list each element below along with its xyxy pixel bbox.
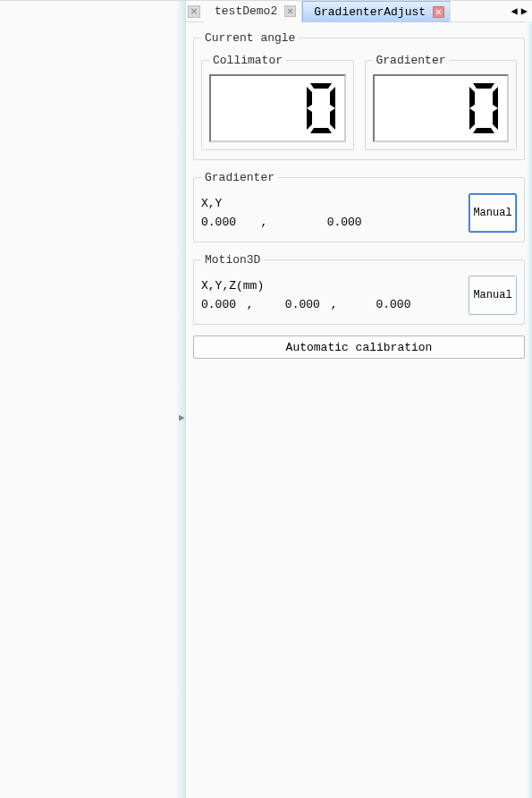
tab-close-prev-icon[interactable] xyxy=(188,5,200,18)
content-area: Current angle Collimator xyxy=(186,22,532,798)
motion3d-x-value: 0.000 xyxy=(201,298,236,311)
right-edge-gradient xyxy=(527,21,532,798)
collimator-display xyxy=(209,74,346,142)
svg-marker-5 xyxy=(330,108,335,130)
motion3d-group: Motion3D X,Y,Z(mm) 0.000 , 0.000 , 0.000 xyxy=(193,253,525,325)
motion3d-xyz-row: X,Y,Z(mm) 0.000 , 0.000 , 0.000 Manual xyxy=(201,276,517,315)
motion3d-sep2: , xyxy=(324,298,373,311)
angle-row: Collimator xyxy=(201,54,517,150)
svg-marker-6 xyxy=(473,83,494,89)
seven-segment-zero-icon xyxy=(303,81,339,135)
tab-testdemo2[interactable]: testDemo2 xyxy=(204,1,302,22)
motion3d-coord-label: X,Y,Z(mm) xyxy=(201,279,463,293)
current-angle-legend: Current angle xyxy=(201,31,299,45)
tab-next-icon[interactable]: ▶ xyxy=(520,4,528,18)
svg-marker-8 xyxy=(469,87,475,108)
motion3d-values: 0.000 , 0.000 , 0.000 xyxy=(201,298,463,311)
gradienter-display xyxy=(373,74,510,142)
motion3d-y-value: 0.000 xyxy=(285,298,320,311)
gradienter-angle-legend: Gradienter xyxy=(373,54,450,67)
main-panel: testDemo2 GradienterAdjust ◀ ▶ Current a… xyxy=(186,1,532,798)
tab-label: GradienterAdjust xyxy=(314,5,426,19)
svg-marker-0 xyxy=(310,83,332,89)
tab-nav: ◀ ▶ xyxy=(511,4,532,18)
tab-label: testDemo2 xyxy=(215,4,277,18)
gradienter-legend: Gradienter xyxy=(201,171,278,184)
svg-marker-4 xyxy=(307,108,312,130)
motion3d-z-value: 0.000 xyxy=(376,298,410,311)
tab-gradienteradjust[interactable]: GradienterAdjust xyxy=(302,1,451,22)
gradienter-xy-row: X,Y 0.000 , 0.000 Manual xyxy=(201,193,517,233)
collimator-legend: Collimator xyxy=(209,54,286,67)
gradienter-coord-label: X,Y xyxy=(201,197,463,210)
sidebar-gradient xyxy=(176,1,185,798)
gradienter-xy-inner: X,Y 0.000 , 0.000 xyxy=(201,197,463,229)
motion3d-xyz-inner: X,Y,Z(mm) 0.000 , 0.000 , 0.000 xyxy=(201,279,463,311)
svg-marker-7 xyxy=(473,128,494,133)
sidebar-collapse-arrow[interactable]: ▶ xyxy=(179,411,186,425)
app-frame: ▶ testDemo2 GradienterAdjust ◀ ▶ Current… xyxy=(0,0,532,798)
left-sidebar: ▶ xyxy=(0,1,186,798)
gradienter-sep: , xyxy=(240,216,324,229)
close-icon[interactable] xyxy=(433,6,444,18)
svg-marker-3 xyxy=(330,87,335,108)
motion3d-sep1: , xyxy=(240,298,282,311)
gradienter-values: 0.000 , 0.000 xyxy=(201,216,463,229)
seven-segment-zero-icon xyxy=(466,81,502,135)
current-angle-group: Current angle Collimator xyxy=(193,31,525,160)
tab-prev-icon[interactable]: ◀ xyxy=(511,4,519,18)
gradienter-angle-group: Gradienter xyxy=(365,54,518,150)
motion3d-manual-button[interactable]: Manual xyxy=(469,276,517,315)
automatic-calibration-button[interactable]: Automatic calibration xyxy=(193,335,525,359)
collimator-group: Collimator xyxy=(201,54,354,150)
gradienter-y-value: 0.000 xyxy=(327,216,362,229)
gradienter-group: Gradienter X,Y 0.000 , 0.000 Manual xyxy=(193,171,525,242)
svg-marker-1 xyxy=(310,128,332,133)
gradienter-x-value: 0.000 xyxy=(201,216,236,229)
motion3d-legend: Motion3D xyxy=(201,253,264,267)
svg-marker-2 xyxy=(307,87,312,108)
svg-marker-11 xyxy=(493,108,498,130)
tab-bar: testDemo2 GradienterAdjust ◀ ▶ xyxy=(186,1,532,22)
svg-marker-10 xyxy=(469,108,475,130)
close-icon[interactable] xyxy=(284,5,296,17)
svg-marker-9 xyxy=(493,87,498,108)
gradienter-manual-button[interactable]: Manual xyxy=(469,193,517,233)
